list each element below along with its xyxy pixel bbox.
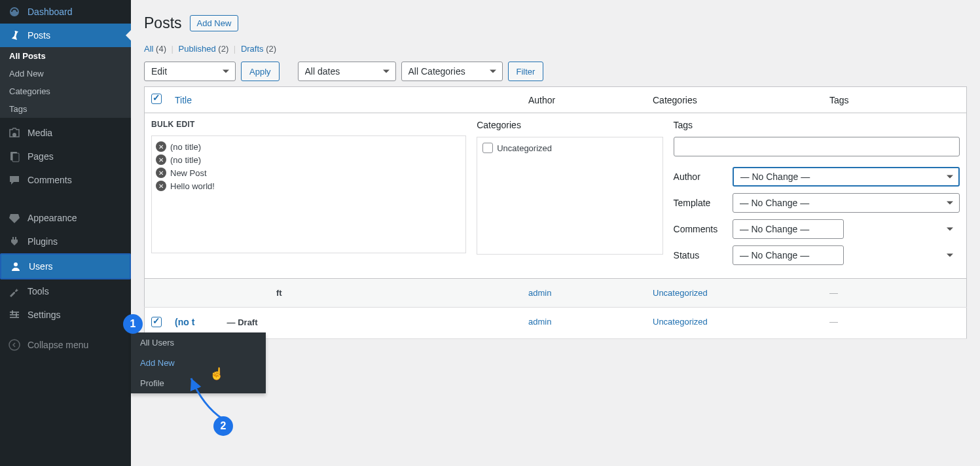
- svg-rect-2: [12, 153, 19, 162]
- bulk-comments-select[interactable]: — No Change —: [733, 219, 844, 239]
- sidebar-item-plugins[interactable]: Plugins: [0, 230, 131, 253]
- settings-icon: [8, 308, 21, 321]
- sidebar-item-tools[interactable]: Tools: [0, 279, 131, 303]
- users-flyout: All Users Add New Profile: [131, 332, 266, 393]
- submenu-tags[interactable]: Tags: [0, 100, 131, 118]
- sidebar-label: Settings: [27, 310, 61, 320]
- row-category[interactable]: Uncategorized: [653, 317, 708, 327]
- media-icon: [8, 126, 21, 139]
- sidebar-label: Plugins: [27, 236, 58, 247]
- sidebar-item-pages[interactable]: Pages: [0, 145, 131, 168]
- categories-select[interactable]: All Categories: [401, 62, 503, 81]
- sidebar-label: Collapse menu: [27, 340, 88, 350]
- annotation-2: 2: [213, 416, 233, 436]
- sidebar-item-dashboard[interactable]: Dashboard: [0, 0, 131, 24]
- submenu-all-posts[interactable]: All Posts: [0, 47, 131, 65]
- bulk-status-label: Status: [674, 250, 733, 260]
- table-row: (no t — Draft admin Uncategorized —: [145, 308, 967, 339]
- sidebar-item-users[interactable]: Users: [0, 253, 131, 279]
- sidebar-label: Dashboard: [27, 7, 73, 17]
- dates-select[interactable]: All dates: [298, 62, 396, 81]
- filter-button[interactable]: Filter: [508, 62, 544, 81]
- cat-checkbox[interactable]: [482, 143, 493, 153]
- col-title[interactable]: Title: [168, 87, 522, 113]
- bulk-post-item: ✕(no title): [156, 153, 462, 166]
- posts-table: Title Author Categories Tags BULK EDIT: [144, 86, 967, 339]
- bulk-tags-input[interactable]: [674, 137, 960, 156]
- bulk-action-select[interactable]: Edit: [144, 62, 236, 81]
- sidebar-label: Media: [27, 128, 52, 138]
- sidebar-collapse[interactable]: Collapse menu: [0, 333, 131, 357]
- bulk-author-select[interactable]: — No Change —: [733, 167, 960, 187]
- col-author[interactable]: Author: [522, 87, 646, 113]
- row-state: — Draft: [227, 317, 258, 327]
- submenu-add-new[interactable]: Add New: [0, 65, 131, 82]
- remove-icon[interactable]: ✕: [156, 168, 166, 178]
- sidebar-label: Appearance: [27, 213, 77, 223]
- bulk-cat-list[interactable]: Uncategorized: [477, 137, 662, 255]
- annotation-1: 1: [123, 314, 143, 334]
- comments-icon: [8, 173, 21, 187]
- plugins-icon: [8, 235, 21, 248]
- post-status-filters: All (4) | Published (2) | Drafts (2): [144, 44, 967, 54]
- remove-icon[interactable]: ✕: [156, 154, 166, 165]
- svg-rect-6: [10, 317, 19, 318]
- page-title: Posts: [144, 14, 182, 32]
- bulk-template-select[interactable]: — No Change —: [733, 193, 960, 213]
- svg-rect-4: [10, 312, 19, 313]
- row-tags: —: [829, 288, 838, 298]
- svg-point-0: [12, 133, 16, 137]
- pin-icon: [8, 29, 21, 42]
- submenu-categories[interactable]: Categories: [0, 82, 131, 100]
- row-category[interactable]: Uncategorized: [653, 288, 708, 298]
- sidebar-submenu-posts: All Posts Add New Categories Tags: [0, 47, 131, 118]
- sidebar-item-settings[interactable]: Settings: [0, 303, 131, 327]
- filter-published[interactable]: Published: [179, 44, 216, 54]
- svg-rect-7: [12, 310, 13, 314]
- row-author[interactable]: admin: [528, 317, 551, 327]
- bulk-template-label: Template: [674, 198, 733, 208]
- main-content: Posts Add New All (4) | Published (2) | …: [131, 0, 980, 466]
- bulk-post-item: ✕(no title): [156, 140, 462, 153]
- col-categories[interactable]: Categories: [646, 87, 823, 113]
- bulk-edit-panel: BULK EDIT ✕(no title) ✕(no title) ✕New P…: [145, 113, 967, 279]
- bulk-post-item: ✕New Post: [156, 166, 462, 179]
- bulk-author-label: Author: [674, 171, 733, 182]
- svg-rect-8: [16, 313, 17, 317]
- sidebar-label: Pages: [27, 151, 54, 162]
- row-title[interactable]: (no t: [175, 317, 194, 327]
- bulk-post-list[interactable]: ✕(no title) ✕(no title) ✕New Post ✕Hello…: [151, 135, 466, 253]
- filter-all[interactable]: All: [144, 44, 153, 54]
- apply-button[interactable]: Apply: [241, 62, 280, 81]
- flyout-add-new[interactable]: Add New: [131, 353, 266, 373]
- row-author[interactable]: admin: [528, 288, 551, 298]
- collapse-icon: [8, 338, 21, 351]
- row-tags: —: [829, 317, 838, 327]
- select-all-checkbox[interactable]: [151, 94, 162, 104]
- sidebar-item-posts[interactable]: Posts: [0, 24, 131, 47]
- bulk-comments-label: Comments: [674, 224, 733, 234]
- svg-rect-5: [10, 314, 19, 315]
- table-row: ft admin Uncategorized —: [145, 279, 967, 308]
- flyout-profile[interactable]: Profile: [131, 373, 266, 393]
- pages-icon: [8, 150, 21, 163]
- sidebar-item-media[interactable]: Media: [0, 121, 131, 145]
- filter-drafts[interactable]: Drafts: [241, 44, 264, 54]
- dashboard-icon: [8, 5, 21, 18]
- sidebar-item-comments[interactable]: Comments: [0, 168, 131, 192]
- remove-icon[interactable]: ✕: [156, 181, 166, 191]
- col-tags[interactable]: Tags: [823, 87, 967, 113]
- sidebar-label: Tools: [27, 286, 49, 296]
- flyout-all-users[interactable]: All Users: [131, 332, 266, 353]
- bulk-tags-label: Tags: [674, 120, 960, 130]
- bulk-cats-label: Categories: [477, 120, 662, 130]
- bulk-status-select[interactable]: — No Change —: [733, 245, 844, 265]
- row-checkbox[interactable]: [151, 317, 162, 327]
- sidebar-label: Comments: [27, 175, 72, 185]
- sidebar-item-appearance[interactable]: Appearance: [0, 206, 131, 230]
- remove-icon[interactable]: ✕: [156, 141, 166, 152]
- cat-item: Uncategorized: [482, 143, 657, 153]
- bulk-edit-title: BULK EDIT: [151, 120, 466, 129]
- cursor-icon: ☝: [209, 367, 224, 381]
- add-new-button[interactable]: Add New: [190, 15, 239, 31]
